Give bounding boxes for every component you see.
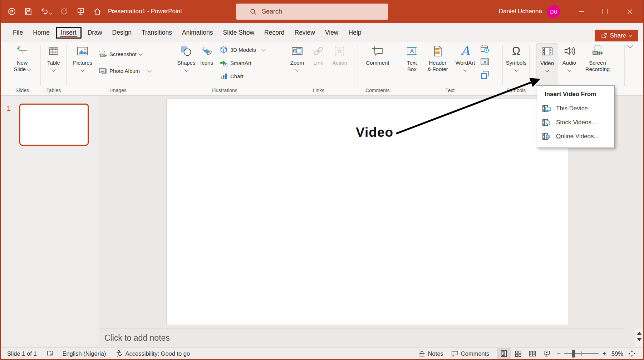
next-slide-icon[interactable] — [637, 338, 642, 341]
accessibility-icon[interactable] — [115, 350, 123, 357]
video-device-icon — [542, 105, 551, 112]
video-button[interactable]: Video — [536, 44, 558, 86]
tab-transitions[interactable]: Transitions — [137, 26, 177, 39]
avatar[interactable]: DU — [547, 5, 560, 18]
close-button[interactable] — [620, 0, 639, 23]
menu-item-online-videos[interactable]: Online Videos... — [537, 129, 614, 143]
notes-placeholder: Click to add notes — [104, 333, 170, 343]
chevron-down-icon — [295, 68, 299, 71]
share-icon — [601, 32, 607, 39]
language-indicator[interactable]: English (Nigeria) — [63, 350, 106, 357]
header-footer-label: Header — [429, 60, 446, 66]
tab-help[interactable]: Help — [344, 26, 367, 39]
chevron-down-icon — [261, 47, 265, 51]
omega-icon: Ω — [512, 45, 520, 57]
slide-number-icon[interactable] — [480, 57, 490, 66]
3d-models-icon — [220, 46, 228, 54]
slide-indicator[interactable]: Slide 1 of 1 — [7, 350, 37, 357]
3d-models-label: 3D Models — [230, 47, 256, 53]
search-box[interactable]: Search — [236, 4, 388, 20]
user-name[interactable]: Daniel Uchenna — [499, 0, 542, 23]
reading-view-button[interactable] — [525, 348, 540, 359]
tab-home[interactable]: Home — [28, 26, 55, 39]
accessibility-status[interactable]: Accessibility: Good to go — [126, 350, 190, 357]
slide-thumbnail-number: 1 — [7, 104, 11, 112]
tab-review[interactable]: Review — [290, 26, 320, 39]
menu-item-label: Online Videos... — [556, 133, 599, 140]
action-icon — [334, 45, 346, 57]
group-label-images: Images — [67, 88, 170, 93]
zoom-slider-tick — [581, 351, 582, 356]
tab-insert[interactable]: Insert — [56, 27, 82, 39]
group-symbols: Ω Symbols Symbols — [503, 42, 530, 95]
tab-animations[interactable]: Animations — [177, 26, 218, 39]
spell-check-icon[interactable] — [47, 350, 54, 357]
chart-button[interactable]: Chart — [220, 72, 265, 80]
maximize-icon — [603, 9, 608, 14]
slide-thumbnail[interactable] — [19, 104, 89, 146]
zoom-slider-handle[interactable] — [572, 350, 575, 358]
tab-design[interactable]: Design — [107, 26, 137, 39]
title-bar: Presentation1 - PowerPoint Search Daniel… — [1, 0, 643, 23]
start-slideshow-icon[interactable] — [77, 8, 85, 15]
maximize-button[interactable] — [596, 0, 614, 23]
slideshow-view-button[interactable] — [540, 348, 554, 359]
notes-toggle[interactable]: Notes — [418, 350, 443, 357]
tab-file[interactable]: File — [8, 26, 28, 39]
slide-sorter-view-button[interactable] — [511, 348, 525, 359]
comments-icon — [451, 350, 458, 357]
object-icon[interactable] — [480, 70, 490, 79]
group-label-slides: Slides — [4, 88, 41, 93]
table-label: Table — [47, 60, 60, 66]
chevron-down-icon — [49, 11, 53, 15]
comments-toggle[interactable]: Comments — [451, 350, 490, 357]
comments-toggle-label: Comments — [461, 350, 490, 357]
text-box-icon — [406, 45, 418, 57]
smartart-label: SmartArt — [230, 60, 251, 66]
normal-view-button[interactable] — [497, 348, 511, 359]
chevron-down-icon — [514, 68, 518, 71]
fit-slide-icon[interactable] — [628, 350, 635, 357]
close-icon — [626, 8, 633, 15]
screenshot-button[interactable]: Screenshot — [99, 50, 151, 58]
dropdown-header: Insert Video From — [537, 89, 614, 101]
symbols-label: Symbols — [506, 60, 527, 66]
menu-item-this-device[interactable]: This Device... — [537, 101, 614, 115]
share-button[interactable]: Share — [595, 30, 638, 41]
tab-view[interactable]: View — [320, 26, 344, 39]
screen-recording-icon — [591, 45, 604, 57]
photo-album-button[interactable]: Photo Album — [99, 67, 151, 75]
icons-icon — [201, 45, 213, 57]
date-time-icon[interactable] — [480, 44, 490, 54]
chart-label: Chart — [230, 73, 244, 79]
quick-access-toolbar — [8, 0, 116, 23]
save-icon[interactable] — [24, 8, 32, 15]
previous-slide-icon[interactable] — [637, 331, 642, 335]
ribbon-tab-row: File Home Insert Draw Design Transitions… — [1, 23, 643, 42]
zoom-level[interactable]: 59% — [611, 350, 623, 357]
text-box-label: Text — [407, 60, 417, 66]
tab-slideshow[interactable]: Slide Show — [218, 26, 260, 39]
undo-button[interactable] — [41, 8, 52, 15]
comment-label: Comment — [366, 60, 389, 66]
pictures-icon — [77, 45, 89, 57]
chevron-down-icon — [184, 68, 188, 71]
link-label: Link — [313, 60, 323, 66]
smartart-button[interactable]: SmartArt — [220, 59, 265, 67]
screenshot-label: Screenshot — [109, 51, 137, 57]
zoom-slider[interactable] — [564, 353, 599, 354]
tab-record[interactable]: Record — [259, 26, 289, 39]
zoom-out-button[interactable]: − — [557, 350, 561, 358]
chevron-down-icon — [138, 51, 142, 55]
zoom-in-button[interactable]: + — [602, 350, 606, 358]
notes-pane[interactable]: Click to add notes — [100, 329, 624, 347]
redo-icon[interactable] — [60, 8, 68, 15]
screen-recording-label: Screen — [589, 60, 606, 66]
3d-models-button[interactable]: 3D Models — [220, 46, 265, 54]
minimize-button[interactable] — [572, 0, 591, 23]
menu-item-stock-videos[interactable]: Stock Videos... — [537, 115, 614, 129]
zoom-label: Zoom — [290, 60, 304, 66]
chevron-down-icon — [629, 33, 633, 37]
home-icon[interactable] — [93, 8, 101, 15]
tab-draw[interactable]: Draw — [83, 26, 107, 39]
